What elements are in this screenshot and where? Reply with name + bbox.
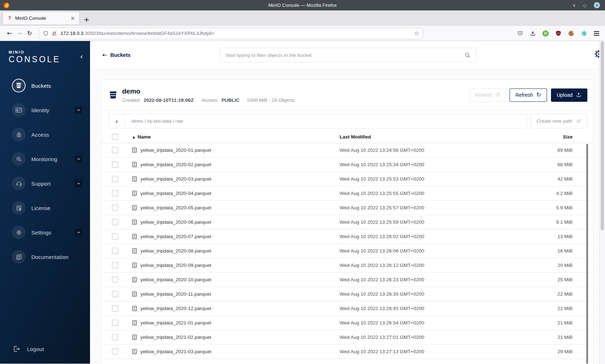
column-header-modified[interactable]: Last Modified xyxy=(340,134,541,140)
row-checkbox[interactable] xyxy=(112,320,118,326)
url-bar[interactable]: 172.18.0.3:30503/buckets/demo/browse/bnk… xyxy=(39,28,423,39)
object-filter-search[interactable] xyxy=(220,48,476,62)
rewind-button[interactable]: Rewind ↺ xyxy=(469,88,506,102)
table-row[interactable]: yellow_tripdata_2021-03.parquet Wed Aug … xyxy=(102,345,593,359)
tab-close-icon[interactable]: × xyxy=(69,15,76,22)
chevron-up-icon[interactable] xyxy=(75,229,82,236)
table-row[interactable]: yellow_tripdata_2020-04.parquet Wed Aug … xyxy=(102,186,593,201)
row-checkbox[interactable] xyxy=(112,262,118,268)
create-new-path-button[interactable]: Create new path xyxy=(530,114,587,128)
sidebar-item-buckets[interactable]: Buckets xyxy=(0,79,90,92)
search-input[interactable] xyxy=(225,53,464,58)
column-header-name[interactable]: ▲ Name xyxy=(133,134,340,140)
sidebar-item-license[interactable]: License xyxy=(0,201,90,215)
path-back-button[interactable]: ‹ xyxy=(109,114,125,128)
sidebar-item-settings[interactable]: Settings xyxy=(0,226,90,239)
bookmark-star-icon[interactable]: ☆ xyxy=(414,30,419,37)
row-checkbox[interactable] xyxy=(112,176,118,182)
asterisk-extension-icon[interactable] xyxy=(581,30,587,37)
window-scrollbar-thumb[interactable] xyxy=(601,41,604,230)
row-checkbox[interactable] xyxy=(112,147,118,153)
insecure-lock-icon[interactable] xyxy=(51,31,57,36)
table-row[interactable]: yellow_tripdata_2020-07.parquet Wed Aug … xyxy=(102,229,593,244)
minimize-button[interactable]: ∨ xyxy=(572,3,576,8)
breadcrumb[interactable]: demo / ny-taxi-data / raw xyxy=(125,118,183,124)
sidebar-item-support[interactable]: Support xyxy=(0,177,90,190)
table-row[interactable]: yellow_tripdata_2021-02.parquet Wed Aug … xyxy=(102,330,593,345)
table-row[interactable]: yellow_tripdata_2020-05.parquet Wed Aug … xyxy=(102,201,593,215)
row-checkbox[interactable] xyxy=(112,248,118,254)
row-checkbox[interactable] xyxy=(112,334,118,340)
column-header-size[interactable]: Size xyxy=(541,134,593,140)
downloads-icon[interactable] xyxy=(530,30,536,36)
breadcrumb-box: ‹ demo / ny-taxi-data / raw xyxy=(108,114,527,128)
row-checkbox[interactable] xyxy=(112,277,118,283)
nav-reload-button[interactable]: ↻ xyxy=(24,30,35,37)
table-row[interactable]: yellow_tripdata_2020-01.parquet Wed Aug … xyxy=(102,143,593,158)
new-tab-button[interactable]: + xyxy=(84,16,90,23)
back-label: Buckets xyxy=(110,52,130,58)
row-checkbox[interactable] xyxy=(112,205,118,211)
sidebar-item-access[interactable]: Access xyxy=(0,128,90,141)
object-name[interactable]: yellow_tripdata_2020-12.parquet xyxy=(140,306,340,311)
object-name[interactable]: yellow_tripdata_2021-01.parquet xyxy=(140,320,340,326)
object-size: 88 MiB xyxy=(541,162,593,167)
tab-minio-console[interactable]: MinIO Console × xyxy=(3,12,79,24)
ublock-origin-icon[interactable]: uO xyxy=(555,30,561,36)
object-name[interactable]: yellow_tripdata_2021-03.parquet xyxy=(140,349,340,354)
sidebar-logout[interactable]: Logout xyxy=(13,345,44,353)
object-name[interactable]: yellow_tripdata_2020-03.parquet xyxy=(140,176,340,182)
chevron-up-icon[interactable] xyxy=(75,106,82,114)
object-name[interactable]: yellow_tripdata_2020-10.parquet xyxy=(140,277,340,282)
table-row[interactable]: yellow_tripdata_2020-03.parquet Wed Aug … xyxy=(102,172,593,186)
upload-button[interactable]: Upload xyxy=(551,88,587,102)
object-name[interactable]: yellow_tripdata_2020-02.parquet xyxy=(140,162,340,167)
table-row[interactable]: yellow_tripdata_2020-10.parquet Wed Aug … xyxy=(102,273,593,287)
table-row[interactable]: yellow_tripdata_2020-11.parquet Wed Aug … xyxy=(102,287,593,301)
cookie-extension-icon[interactable] xyxy=(568,30,574,37)
row-checkbox[interactable] xyxy=(112,349,118,355)
sidebar-collapse-icon[interactable]: ‹ xyxy=(80,53,83,60)
table-row[interactable]: yellow_tripdata_2020-06.parquet Wed Aug … xyxy=(102,215,593,229)
object-name[interactable]: yellow_tripdata_2020-11.parquet xyxy=(140,291,340,297)
object-name[interactable]: yellow_tripdata_2020-01.parquet xyxy=(140,147,340,153)
object-name[interactable]: yellow_tripdata_2020-09.parquet xyxy=(140,263,340,268)
window-scrollbar[interactable] xyxy=(599,41,605,364)
object-name[interactable]: yellow_tripdata_2020-05.parquet xyxy=(140,205,340,210)
url-text[interactable]: 172.18.0.3:30503/buckets/demo/browse/bnk… xyxy=(60,31,215,36)
object-name[interactable]: yellow_tripdata_2020-06.parquet xyxy=(140,219,340,225)
refresh-button[interactable]: Refresh ↻ xyxy=(510,88,547,102)
table-row[interactable]: yellow_tripdata_2020-02.parquet Wed Aug … xyxy=(102,158,593,172)
object-size: 22 MiB xyxy=(541,306,593,311)
table-row[interactable]: yellow_tripdata_2021-01.parquet Wed Aug … xyxy=(102,316,593,330)
privacy-badger-icon[interactable] xyxy=(542,30,549,37)
object-name[interactable]: yellow_tripdata_2020-08.parquet xyxy=(140,248,340,254)
back-to-buckets-link[interactable]: ← Buckets xyxy=(102,52,131,58)
row-checkbox[interactable] xyxy=(112,233,118,240)
table-row[interactable]: yellow_tripdata_2020-12.parquet Wed Aug … xyxy=(102,301,593,316)
menu-hamburger-icon[interactable] xyxy=(594,31,599,36)
row-checkbox[interactable] xyxy=(112,161,118,168)
table-scrollbar-thumb[interactable] xyxy=(586,144,588,364)
table-row[interactable]: yellow_tripdata_2020-09.parquet Wed Aug … xyxy=(102,258,593,273)
table-row[interactable]: yellow_tripdata_2020-08.parquet Wed Aug … xyxy=(102,244,593,258)
object-name[interactable]: yellow_tripdata_2020-04.parquet xyxy=(140,191,340,196)
row-checkbox[interactable] xyxy=(112,219,118,225)
chevron-up-icon[interactable] xyxy=(75,180,82,187)
sidebar-item-identity[interactable]: Identity xyxy=(0,103,90,117)
maximize-button[interactable]: ◇ xyxy=(583,3,587,8)
nav-back-button[interactable]: ← xyxy=(4,30,14,37)
sidebar-item-documentation[interactable]: Documentation xyxy=(0,250,90,264)
chevron-up-icon[interactable] xyxy=(75,155,82,163)
object-name[interactable]: yellow_tripdata_2021-02.parquet xyxy=(140,335,340,340)
close-button[interactable]: × xyxy=(594,2,600,8)
pocket-icon[interactable] xyxy=(517,30,523,36)
nav-forward-button[interactable]: → xyxy=(14,30,24,37)
select-all-checkbox[interactable] xyxy=(112,134,118,140)
row-checkbox[interactable] xyxy=(112,291,118,297)
object-name[interactable]: yellow_tripdata_2020-07.parquet xyxy=(140,234,340,239)
row-checkbox[interactable] xyxy=(112,305,118,311)
row-checkbox[interactable] xyxy=(112,190,118,196)
sidebar-item-monitoring[interactable]: Monitoring xyxy=(0,152,90,166)
tracking-protection-shield-icon[interactable] xyxy=(43,31,49,36)
